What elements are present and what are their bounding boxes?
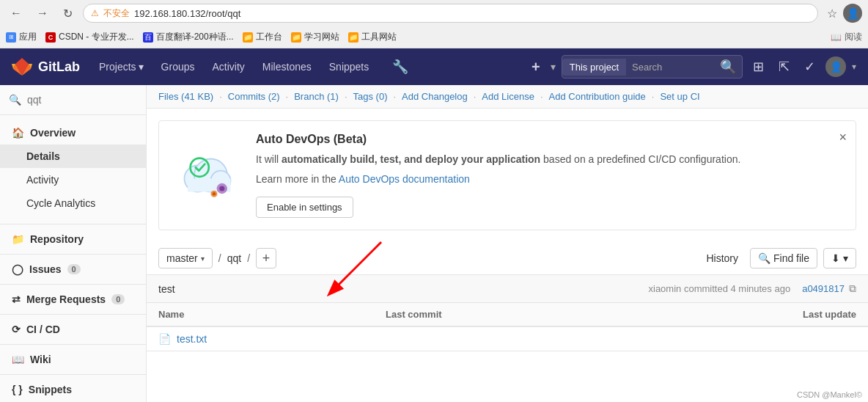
sidebar-item-details[interactable]: Details [0, 145, 146, 168]
nav-milestones[interactable]: Milestones [255, 56, 319, 77]
history-button[interactable]: History [700, 249, 744, 268]
read-icon: 📖 [831, 32, 842, 43]
star-icon[interactable]: ☆ [827, 7, 837, 21]
nav-activity[interactable]: Activity [205, 56, 252, 77]
merge-requests-count: 0 [111, 294, 125, 304]
nav-snippets[interactable]: Snippets [322, 56, 376, 77]
this-project-button[interactable]: This project [562, 59, 626, 76]
study-icon: 📁 [291, 32, 301, 43]
content-area: Files (41 KB) · Commits (2) · Branch (1)… [147, 85, 868, 402]
address-bar[interactable]: ⚠ 不安全 192.168.180.132/root/qqt [83, 4, 818, 23]
commit-hash[interactable]: a0491817 [802, 283, 845, 294]
svg-marker-5 [15, 58, 29, 64]
overview-nav-item[interactable]: 🏠 Overview [0, 121, 146, 145]
branch-arrow-icon: ▾ [201, 255, 205, 263]
back-button[interactable]: ← [6, 5, 26, 21]
sidebar-search-box[interactable]: 🔍 [0, 85, 146, 115]
repository-nav-item[interactable]: 📁 Repository [0, 227, 146, 251]
find-file-button[interactable]: 🔍 Find file [750, 248, 817, 268]
ci-cd-nav-item[interactable]: ⟳ CI / CD [0, 318, 146, 341]
commits-link[interactable]: Commits (2) [228, 91, 280, 102]
merge-requests-icon: ⇄ [12, 293, 21, 305]
header-nav: Projects ▾ Groups Activity Milestones Sn… [92, 56, 376, 77]
overview-label: Overview [30, 127, 76, 139]
merge-requests-label: Merge Requests [26, 293, 106, 305]
search-icon-btn[interactable]: 🔍 [714, 56, 742, 78]
issues-nav-item[interactable]: ◯ Issues 0 [0, 257, 146, 281]
sidebar-item-activity[interactable]: Activity [0, 168, 146, 191]
sidebar-item-cycle-analytics[interactable]: Cycle Analytics [0, 191, 146, 215]
file-name-cell[interactable]: 📄 test.txt [158, 333, 362, 345]
bookmark-baidu-label: 百度翻译-200种语... [156, 31, 234, 43]
download-icon: ⬇ [831, 252, 840, 264]
set-up-ci-link[interactable]: Set up CI [660, 91, 699, 102]
home-icon: 🏠 [12, 127, 24, 139]
wiki-label: Wiki [30, 354, 51, 365]
user-arrow: ▾ [852, 62, 856, 72]
issues-label: Issues [29, 263, 62, 275]
auto-devops-doc-link[interactable]: Auto DevOps documentation [339, 173, 470, 185]
add-changelog-link[interactable]: Add Changelog [402, 91, 468, 102]
nav-groups[interactable]: Groups [154, 56, 202, 77]
col-last-commit-header: Last commit [374, 303, 625, 326]
file-last-update-cell [625, 326, 868, 351]
enable-in-settings-button[interactable]: Enable in settings [256, 197, 353, 218]
main-layout: 🔍 🏠 Overview Details Activity Cycle Anal… [0, 85, 868, 402]
merge-requests-nav-item[interactable]: ⇄ Merge Requests 0 [0, 288, 146, 311]
bookmark-apps[interactable]: ⊞ 应用 [6, 31, 37, 43]
banner-content: Auto DevOps (Beta) It will automatically… [256, 133, 844, 218]
file-table-body: 📄 test.txt [147, 326, 868, 351]
wiki-nav-item[interactable]: 📖 Wiki [0, 348, 146, 371]
bookmark-tool[interactable]: 📁 工具网站 [348, 31, 397, 43]
reload-button[interactable]: ↻ [59, 5, 77, 22]
add-file-button[interactable]: + [256, 248, 276, 268]
repository-label: Repository [30, 233, 84, 245]
search-input[interactable] [626, 59, 714, 76]
gitlab-fox-icon [12, 56, 32, 77]
files-toolbar: Files (41 KB) · Commits (2) · Branch (1)… [147, 85, 868, 109]
details-label: Details [26, 150, 60, 162]
profile-icon[interactable]: 👤 [843, 4, 862, 23]
tags-link[interactable]: Tags (0) [353, 91, 388, 102]
auto-devops-illustration [174, 142, 240, 208]
copy-hash-icon[interactable]: ⧉ [849, 282, 856, 295]
insecure-label: 不安全 [103, 7, 130, 20]
csdn-icon: C [45, 32, 56, 43]
check-icon-btn[interactable]: ✓ [800, 56, 820, 78]
snippets-nav-item[interactable]: { } Snippets [0, 378, 146, 401]
gitlab-logo[interactable]: GitLab [12, 56, 80, 77]
grid-icon-btn[interactable]: ⊞ [749, 56, 768, 78]
banner-close-button[interactable]: × [839, 130, 847, 145]
forward-button[interactable]: → [32, 5, 53, 21]
branch-selector[interactable]: master ▾ [158, 248, 213, 268]
branch-link[interactable]: Branch (1) [294, 91, 339, 102]
search-small-icon: 🔍 [758, 252, 770, 264]
banner-desc-start: It will [256, 153, 282, 165]
add-contribution-link[interactable]: Add Contribution guide [549, 91, 646, 102]
user-avatar[interactable]: 👤 [825, 56, 846, 77]
add-license-link[interactable]: Add License [482, 91, 534, 102]
watermark: CSDN @Mankel© [797, 390, 862, 399]
commit-message: test [158, 283, 649, 295]
nav-projects-label: Projects [99, 61, 136, 73]
apps-icon: ⊞ [6, 32, 16, 43]
merge-icon-btn[interactable]: ⇱ [774, 56, 794, 78]
read-button[interactable]: 📖 阅读 [831, 31, 862, 43]
path-qqt[interactable]: qqt [227, 252, 241, 264]
sidebar-search-input[interactable] [27, 94, 137, 106]
file-icon: 📄 [158, 333, 171, 345]
plus-icon-btn[interactable]: + [527, 56, 545, 78]
bookmark-study[interactable]: 📁 学习网站 [291, 31, 339, 43]
files-link[interactable]: Files (41 KB) [158, 91, 213, 102]
sidebar-divider-6 [0, 374, 146, 375]
banner-title: Auto DevOps (Beta) [256, 133, 844, 146]
bookmark-baidu[interactable]: 百 百度翻译-200种语... [143, 31, 234, 43]
bookmark-csdn[interactable]: C CSDN - 专业开发... [45, 31, 134, 43]
auto-devops-banner: Auto DevOps (Beta) It will automatically… [158, 120, 856, 230]
bookmark-work[interactable]: 📁 工作台 [243, 31, 282, 43]
nav-projects[interactable]: Projects ▾ [92, 56, 151, 77]
download-button[interactable]: ⬇ ▾ [823, 248, 856, 268]
wrench-icon-btn[interactable]: 🔧 [388, 56, 413, 78]
commit-author: xiaomin committed 4 minutes ago [649, 283, 791, 294]
sep4: · [393, 91, 396, 102]
